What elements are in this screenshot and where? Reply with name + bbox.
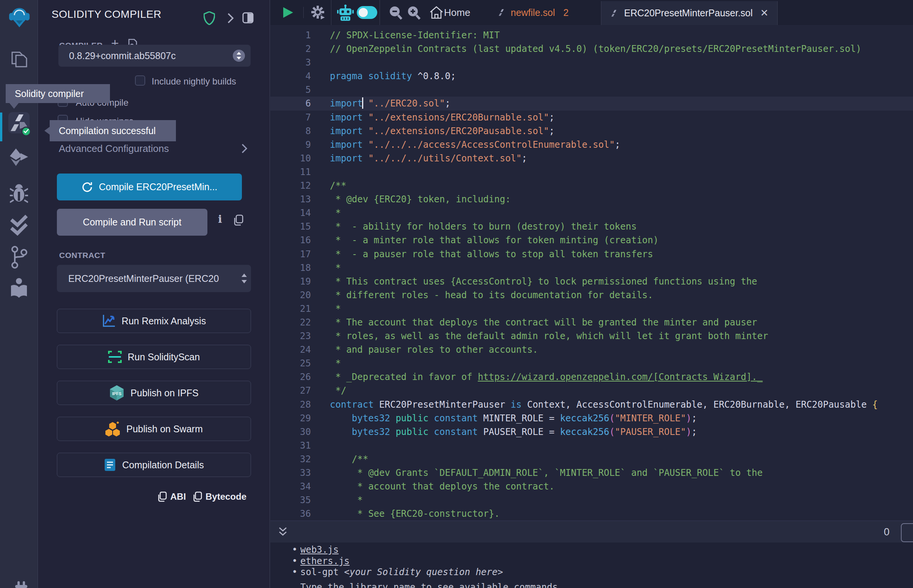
copy-bytecode-button[interactable]: Bytecode <box>193 491 246 502</box>
code-line[interactable]: 3 <box>270 56 913 69</box>
nightly-builds-checkbox[interactable] <box>135 75 145 86</box>
static-analysis-icon[interactable] <box>10 215 28 237</box>
deploy-run-icon[interactable] <box>9 148 29 171</box>
solidity-file-icon <box>610 8 619 18</box>
code-line[interactable]: 22 * The account that deploys the contra… <box>270 316 913 329</box>
shield-icon[interactable] <box>204 11 215 25</box>
publish-swarm-label: Publish on Swarm <box>126 423 202 435</box>
code-line[interactable]: 24 * and pauser roles to other accounts. <box>270 343 913 357</box>
code-line[interactable]: 14 * <box>270 206 913 220</box>
code-line[interactable]: 25 * <box>270 357 913 370</box>
code-line[interactable]: 21 * <box>270 302 913 316</box>
code-line[interactable]: 18 * <box>270 261 913 275</box>
publish-swarm-button[interactable]: Publish on Swarm <box>57 417 251 441</box>
code-line[interactable]: 1// SPDX-License-Identifier: MIT <box>270 28 913 42</box>
editor-toolbar: Home newfile.sol 2 ERC20PresetMinterPaus… <box>270 0 913 25</box>
compile-run-script-button[interactable]: Compile and Run script <box>57 209 207 236</box>
chevron-right-icon[interactable] <box>227 13 234 24</box>
code-line[interactable]: 29 bytes32 public constant MINTER_ROLE =… <box>270 412 913 425</box>
code-line[interactable]: 35 * <box>270 493 913 507</box>
code-line[interactable]: 31 <box>270 439 913 452</box>
compile-button[interactable]: Compile ERC20PresetMin... <box>57 173 242 200</box>
code-line[interactable]: 15 * - ability for holders to burn (dest… <box>270 220 913 233</box>
tooltip-arrow <box>9 103 19 109</box>
code-line[interactable]: 6import "../ERC20.sol"; <box>270 97 913 110</box>
debugger-bug-icon[interactable] <box>10 182 28 205</box>
copy-abi-button[interactable]: ABI <box>157 491 186 502</box>
file-explorer-icon[interactable] <box>11 48 28 68</box>
git-branch-icon[interactable] <box>11 246 28 269</box>
split-view-icon[interactable] <box>242 12 254 24</box>
run-script-play-icon[interactable] <box>282 6 294 19</box>
zoom-out-icon[interactable] <box>389 6 403 20</box>
learn-book-icon[interactable] <box>10 277 28 299</box>
script-config-gear-icon[interactable] <box>311 5 327 21</box>
line-number: 21 <box>270 302 311 316</box>
ai-toggle-switch[interactable] <box>357 6 377 19</box>
terminal-list-item[interactable]: •sol-gpt <your Solidity question here> <box>292 567 913 578</box>
code-editor[interactable]: 1// SPDX-License-Identifier: MIT2// Open… <box>270 25 913 520</box>
bytecode-label: Bytecode <box>206 491 246 502</box>
code-line[interactable]: 16 * - a minter role that allows for tok… <box>270 233 913 247</box>
code-line[interactable]: 34 * account that deploys the contract. <box>270 480 913 493</box>
code-line[interactable]: 36 * See {ERC20-constructor}. <box>270 507 913 520</box>
code-line[interactable]: 5 <box>270 83 913 97</box>
terminal-search-box[interactable] <box>901 523 913 542</box>
scan-icon <box>108 350 122 364</box>
compiler-version-select[interactable]: 0.8.29+commit.ab55807c <box>58 45 251 67</box>
home-tab[interactable]: Home <box>444 0 470 25</box>
copy-icon <box>193 491 202 502</box>
remix-ai-robot-icon[interactable] <box>337 4 354 22</box>
compilation-details-button[interactable]: Compilation Details <box>57 453 251 477</box>
code-line[interactable]: 12/** <box>270 179 913 192</box>
run-solidityscan-button[interactable]: Run SolidityScan <box>57 345 251 369</box>
line-number: 18 <box>270 261 311 275</box>
code-line[interactable]: 27 */ <box>270 384 913 397</box>
advanced-configurations[interactable]: Advanced Configurations <box>59 143 169 155</box>
code-line[interactable]: 8import "../extensions/ERC20Pausable.sol… <box>270 124 913 138</box>
contract-select[interactable]: ERC20PresetMinterPauser (ERC20 <box>57 265 251 292</box>
plugin-manager-icon[interactable] <box>13 581 29 588</box>
code-line[interactable]: 20 * different roles - head to its docum… <box>270 288 913 302</box>
code-line[interactable]: 28contract ERC20PresetMinterPauser is Co… <box>270 398 913 412</box>
code-line[interactable]: 30 bytes32 public constant PAUSER_ROLE =… <box>270 425 913 439</box>
active-plugin-indicator <box>0 113 2 141</box>
line-number: 17 <box>270 247 311 261</box>
code-line[interactable]: 11 <box>270 165 913 179</box>
code-line[interactable]: 10import "../../../utils/Context.sol"; <box>270 152 913 165</box>
code-line[interactable]: 17 * - a pauser role that allows to stop… <box>270 247 913 261</box>
advanced-chevron-icon[interactable] <box>241 144 248 153</box>
chart-icon <box>102 314 116 328</box>
compile-success-badge <box>21 126 31 136</box>
code-line[interactable]: 9import "../../../access/AccessControlEn… <box>270 138 913 152</box>
code-line[interactable]: 13 * @dev {ERC20} token, including: <box>270 192 913 206</box>
publish-ipfs-button[interactable]: IPFS Publish on IPFS <box>57 381 251 405</box>
line-number: 3 <box>270 56 311 69</box>
line-number: 16 <box>270 233 311 247</box>
copy-script-icon[interactable] <box>233 215 244 226</box>
terminal-list-item[interactable]: •ethers.js <box>292 556 913 567</box>
tab-erc20presetminterpauser[interactable]: ERC20PresetMinterPauser.sol ✕ <box>601 1 778 25</box>
remix-logo-icon[interactable] <box>8 5 31 29</box>
code-line[interactable]: 4pragma solidity ^0.8.0; <box>270 69 913 83</box>
code-line[interactable]: 23 * roles, as well as the default admin… <box>270 329 913 343</box>
nightly-builds-label[interactable]: Include nightly builds <box>152 76 236 87</box>
code-line[interactable]: 2// OpenZeppelin Contracts (last updated… <box>270 42 913 56</box>
code-line[interactable]: 19 * This contract uses {AccessControl} … <box>270 275 913 288</box>
expand-terminal-icon[interactable] <box>278 526 288 538</box>
code-line[interactable]: 32 /** <box>270 452 913 466</box>
terminal-list-item[interactable]: •web3.js <box>292 544 913 556</box>
run-remix-analysis-button[interactable]: Run Remix Analysis <box>57 309 251 333</box>
zoom-in-icon[interactable] <box>407 6 421 20</box>
close-tab-icon[interactable]: ✕ <box>760 7 769 19</box>
run-solidityscan-label: Run SolidityScan <box>128 352 200 363</box>
code-line[interactable]: 33 * @dev Grants `DEFAULT_ADMIN_ROLE`, `… <box>270 466 913 480</box>
terminal-output[interactable]: •web3.js•ethers.js•sol-gpt <your Solidit… <box>270 543 913 588</box>
contract-select-arrows-icon <box>240 273 248 284</box>
code-line[interactable]: 7import "../extensions/ERC20Burnable.sol… <box>270 111 913 124</box>
line-number: 32 <box>270 452 311 466</box>
home-icon[interactable] <box>430 6 443 19</box>
tab-newfile[interactable]: newfile.sol 2 <box>498 0 569 25</box>
info-icon[interactable]: i <box>218 213 222 225</box>
code-line[interactable]: 26 * _Deprecated in favor of https://wiz… <box>270 370 913 384</box>
